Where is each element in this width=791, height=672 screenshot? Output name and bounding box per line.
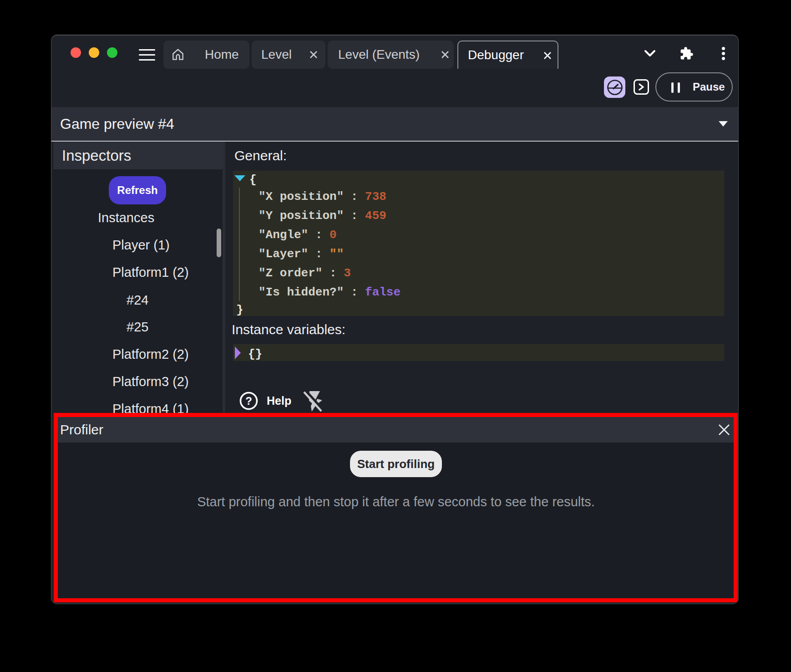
svg-text:?: ? [245,395,252,407]
